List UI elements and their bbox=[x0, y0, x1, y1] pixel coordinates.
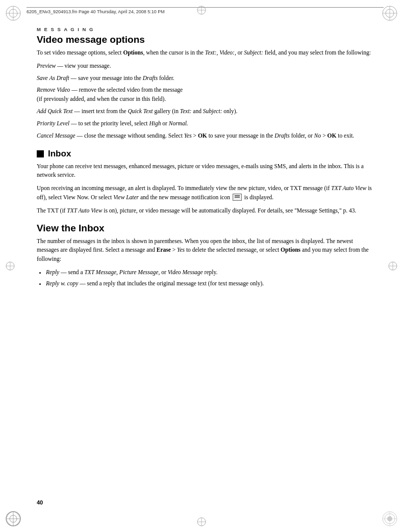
notification-icon bbox=[233, 194, 242, 201]
list-item-reply-w-copy: Reply w. copy — send a reply that includ… bbox=[46, 279, 376, 288]
inbox-title: Inbox bbox=[48, 149, 71, 159]
view-inbox-list: Reply — send a TXT Message, Picture Mess… bbox=[46, 268, 376, 288]
option-add-quick-text: Add Quick Text — insert text from the Qu… bbox=[37, 107, 376, 116]
option-preview: Preview — view your message. bbox=[37, 62, 376, 71]
header-text: 6205_ENv3_9204913.fm Page 40 Thursday, A… bbox=[27, 9, 165, 14]
black-square-icon bbox=[37, 150, 44, 157]
main-content: M E S S A G I N G Video message options … bbox=[37, 26, 376, 506]
inbox-para2: Upon receiving an incoming message, an a… bbox=[37, 184, 376, 202]
list-item-reply: Reply — send a TXT Message, Picture Mess… bbox=[46, 268, 376, 277]
header-bar: 6205_ENv3_9204913.fm Page 40 Thursday, A… bbox=[27, 7, 384, 14]
page-container: 6205_ENv3_9204913.fm Page 40 Thursday, A… bbox=[0, 0, 403, 532]
option-save-as-draft: Save As Draft — save your message into t… bbox=[37, 74, 376, 83]
corner-mark-bl bbox=[4, 510, 22, 528]
video-options-title: Video message options bbox=[37, 34, 376, 45]
view-inbox-para1: The number of messages in the inbox is s… bbox=[37, 237, 376, 264]
inbox-heading-container: Inbox bbox=[37, 149, 376, 159]
mid-mark-right bbox=[388, 261, 398, 271]
video-options-intro: To set video message options, select Opt… bbox=[37, 48, 376, 58]
mid-mark-bottom bbox=[196, 517, 207, 527]
corner-mark-tl bbox=[4, 4, 22, 22]
inbox-para1: Your phone can receive text messages, en… bbox=[37, 162, 376, 180]
option-cancel-message: Cancel Message — close the message witho… bbox=[37, 131, 376, 141]
corner-mark-br bbox=[381, 510, 399, 528]
section-label: M E S S A G I N G bbox=[37, 26, 376, 32]
page-number: 40 bbox=[37, 499, 43, 506]
view-inbox-title: View the Inbox bbox=[37, 223, 376, 234]
option-remove-video: Remove Video — remove the selected video… bbox=[37, 86, 376, 104]
mid-mark-left bbox=[5, 261, 15, 271]
inbox-para3: The TXT (if TXT Auto View is on), pictur… bbox=[37, 206, 376, 216]
option-priority-level: Priority Level — to set the priority lev… bbox=[37, 119, 376, 128]
